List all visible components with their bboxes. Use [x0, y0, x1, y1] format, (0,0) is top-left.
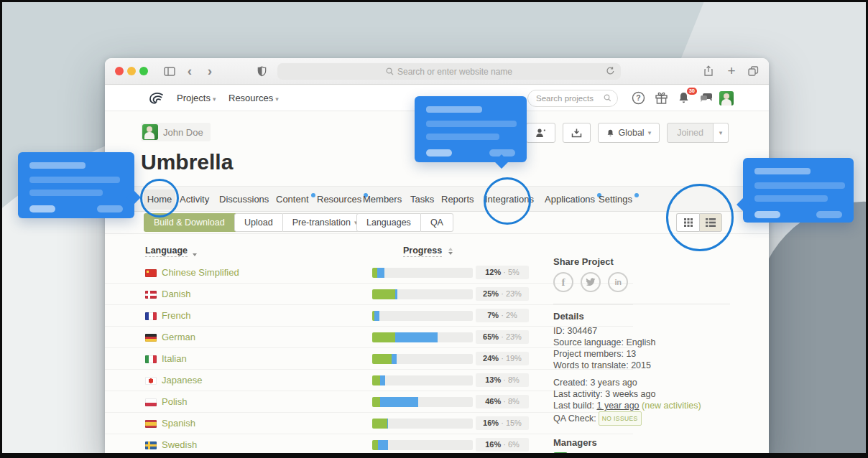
projects-search-input[interactable]: Search projects — [527, 90, 618, 107]
approved-progress-segment — [372, 332, 395, 342]
nav-menu-projects[interactable]: Projects▾ — [177, 85, 216, 111]
search-icon — [386, 67, 394, 75]
bell-icon — [606, 128, 614, 138]
language-name-link[interactable]: French — [162, 305, 190, 327]
callout-text-placeholder — [426, 134, 499, 140]
back-button[interactable]: ‹ — [183, 64, 197, 78]
translated-progress-segment — [380, 375, 385, 385]
tab-members[interactable]: Members — [363, 187, 402, 212]
language-column-header[interactable]: Language — [145, 246, 188, 257]
qa-button[interactable]: QA — [421, 213, 453, 232]
tab-applications[interactable]: Applications — [545, 187, 595, 212]
global-notifications-button[interactable]: Global ▾ — [598, 123, 660, 143]
tab-overview-icon[interactable] — [746, 64, 760, 78]
approved-progress-segment — [372, 375, 380, 385]
svg-text:?: ? — [636, 93, 640, 102]
upload-button[interactable]: Upload — [234, 213, 283, 232]
progress-bar — [372, 268, 473, 278]
help-icon[interactable]: ? — [632, 91, 646, 106]
language-flag-icon — [145, 291, 157, 299]
callout-title-placeholder — [754, 168, 811, 174]
sidebar-toggle-icon[interactable] — [162, 64, 177, 78]
language-sort-icon[interactable] — [193, 249, 197, 256]
download-button[interactable] — [563, 123, 591, 143]
language-name-link[interactable]: Polish — [162, 391, 187, 413]
manager-row[interactable] — [553, 452, 568, 457]
language-flag-icon — [145, 441, 157, 449]
translated-progress-segment — [387, 419, 388, 429]
close-window-button[interactable] — [115, 67, 124, 75]
approved-progress-segment — [372, 289, 395, 299]
progress-percentages: 13% · 8% — [476, 373, 529, 387]
callout-button-placeholder[interactable] — [97, 205, 123, 212]
callout-button-placeholder[interactable] — [426, 149, 452, 156]
share-icon[interactable] — [701, 64, 716, 78]
project-owner-chip[interactable]: John Doe — [141, 123, 211, 141]
tour-callout-view-toggle — [743, 158, 854, 223]
facebook-share-icon[interactable]: f — [553, 272, 573, 292]
tab-reports[interactable]: Reports — [441, 187, 474, 212]
language-flag-icon — [145, 334, 157, 342]
language-name-link[interactable]: Italian — [162, 348, 187, 370]
callout-title-placeholder — [29, 162, 86, 169]
reload-icon[interactable] — [606, 66, 615, 76]
progress-percentages: 46% · 8% — [476, 395, 529, 408]
language-flag-icon — [145, 355, 157, 363]
tab-discussions[interactable]: Discussions — [219, 187, 269, 212]
tab-resources[interactable]: Resources — [317, 187, 361, 212]
approved-progress-segment — [372, 419, 387, 429]
forward-button[interactable]: › — [203, 64, 217, 78]
language-name-link[interactable]: Chinese Simplified — [162, 262, 239, 284]
crowdin-logo[interactable] — [147, 90, 165, 106]
managers-title: Managers — [553, 437, 597, 448]
nav-menu-resources[interactable]: Resources▾ — [228, 85, 279, 111]
zoom-window-button[interactable] — [139, 67, 148, 75]
progress-percentages: 24% · 19% — [476, 352, 529, 365]
owner-name: John Doe — [163, 127, 203, 138]
tab-activity[interactable]: Activity — [180, 187, 209, 212]
invite-member-button[interactable] — [526, 123, 555, 143]
manager-avatar — [553, 452, 568, 457]
callout-button-placeholder[interactable] — [29, 205, 55, 212]
progress-sort-icon[interactable] — [448, 248, 453, 255]
gift-icon[interactable] — [655, 91, 669, 106]
callout-text-placeholder — [29, 190, 103, 196]
approved-progress-segment — [372, 268, 377, 278]
messages-icon[interactable] — [699, 91, 714, 106]
translated-progress-segment — [380, 397, 418, 407]
new-tab-icon[interactable]: + — [724, 64, 739, 78]
progress-column-header[interactable]: Progress — [403, 246, 442, 257]
callout-title-placeholder — [426, 106, 482, 113]
tab-notification-dot — [311, 193, 315, 197]
user-avatar[interactable] — [719, 91, 734, 106]
tab-settings[interactable]: Settings — [599, 187, 632, 212]
language-name-link[interactable]: Spanish — [162, 413, 195, 434]
twitter-share-icon[interactable] — [581, 272, 601, 292]
callout-button-placeholder[interactable] — [754, 211, 780, 218]
address-bar[interactable]: Search or enter website name — [277, 63, 621, 80]
joined-caret-button[interactable]: ▾ — [714, 123, 729, 143]
tab-content[interactable]: Content — [276, 187, 309, 212]
tab-tasks[interactable]: Tasks — [410, 187, 434, 212]
linkedin-share-icon[interactable]: in — [608, 272, 628, 292]
joined-button[interactable]: Joined — [667, 123, 714, 143]
language-name-link[interactable]: Swedish — [162, 434, 197, 456]
privacy-shield-icon[interactable] — [254, 64, 269, 78]
highlight-circle-view-toggle — [666, 184, 734, 251]
language-flag-icon — [145, 398, 157, 406]
language-name-link[interactable]: German — [162, 327, 195, 348]
progress-bar — [372, 332, 473, 342]
minimize-window-button[interactable] — [127, 67, 136, 75]
languages-button[interactable]: Languages — [356, 213, 421, 232]
language-name-link[interactable]: Japanese — [162, 370, 202, 391]
pretranslation-button[interactable]: Pre-translation▾ — [283, 213, 368, 232]
notifications-bell-icon[interactable]: 30 — [678, 91, 692, 106]
progress-bar — [372, 354, 473, 364]
last-build-link[interactable]: 1 year ago — [596, 401, 639, 411]
language-name-link[interactable]: Danish — [162, 284, 190, 305]
details-line: Source language: English — [553, 337, 655, 348]
progress-percentages: 65% · 23% — [476, 330, 529, 344]
new-activities-label: (new activities) — [642, 401, 701, 411]
callout-button-placeholder[interactable] — [816, 211, 842, 218]
progress-percentages: 16% · 6% — [476, 438, 529, 452]
